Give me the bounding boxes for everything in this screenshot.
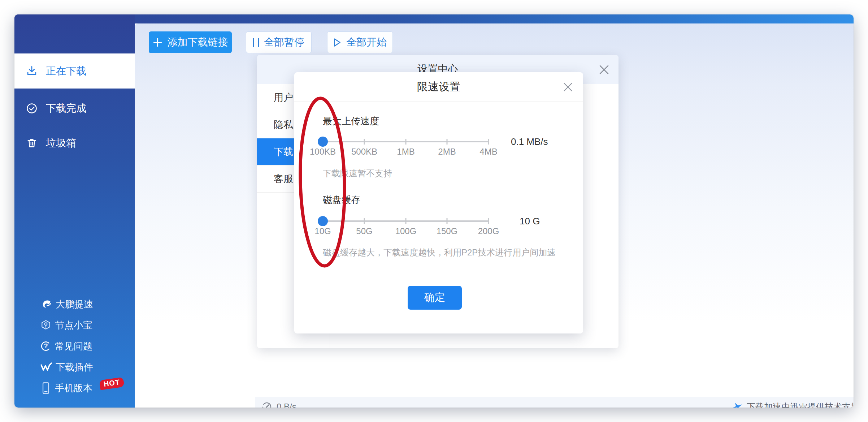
sidebar-footer-label: 下载插件 bbox=[56, 361, 93, 374]
download-limit-note: 下载限速暂不支持 bbox=[323, 168, 392, 179]
sidebar-footer-label: 常见问题 bbox=[55, 340, 92, 353]
start-all-button[interactable]: 全部开始 bbox=[327, 31, 393, 53]
sidebar-item-node-xiaobao[interactable]: 节点小宝 bbox=[14, 315, 135, 336]
node-xiaobao-icon bbox=[40, 320, 51, 331]
close-icon bbox=[598, 64, 610, 76]
upload-speed-label: 最大上传速度 bbox=[323, 115, 379, 128]
tick-label: 50G bbox=[356, 226, 372, 236]
check-circle-icon bbox=[26, 103, 38, 114]
add-download-label: 添加下载链接 bbox=[168, 35, 228, 49]
sidebar-item-trash[interactable]: 垃圾箱 bbox=[14, 126, 135, 160]
thunder-bird-icon bbox=[732, 402, 743, 408]
slider-tick bbox=[447, 139, 448, 145]
status-bar: 0 B/s 下载加速由迅雷提供技术支持 bbox=[255, 397, 854, 408]
sidebar-item-downloading[interactable]: 正在下载 bbox=[14, 53, 135, 89]
add-download-button[interactable]: 添加下载链接 bbox=[149, 31, 232, 53]
titlebar bbox=[14, 14, 854, 23]
promo-text: 下载加速由迅雷提供技术支持 bbox=[747, 401, 854, 408]
settings-close-button[interactable] bbox=[598, 64, 610, 76]
question-icon: ? bbox=[40, 341, 51, 352]
tick-label: 2MB bbox=[438, 147, 456, 157]
slider-tick bbox=[488, 218, 489, 224]
disk-cache-label: 磁盘缓存 bbox=[323, 194, 360, 206]
tick-label: 100KB bbox=[310, 147, 336, 157]
tick-label: 500KB bbox=[351, 147, 377, 157]
plus-icon bbox=[153, 38, 162, 47]
sidebar-item-label: 下载完成 bbox=[46, 102, 86, 115]
tick-label: 200G bbox=[478, 226, 499, 236]
sidebar-item-label: 垃圾箱 bbox=[46, 136, 76, 150]
sidebar: 正在下载 下载完成 垃圾箱 大鹏提速 bbox=[14, 14, 135, 408]
slider-tick bbox=[364, 218, 365, 224]
svg-text:?: ? bbox=[44, 343, 48, 350]
upload-slider-value: 0.1 MB/s bbox=[511, 136, 548, 147]
download-icon bbox=[26, 65, 38, 77]
speed-limit-modal-header: 限速设置 bbox=[294, 72, 583, 102]
hot-badge: HOT bbox=[99, 377, 124, 390]
status-right: 下载加速由迅雷提供技术支持 bbox=[732, 397, 854, 408]
slider-tick bbox=[488, 139, 489, 145]
speed-limit-modal: 限速设置 最大上传速度 0.1 MB/s 100KB 500KB 1MB 2MB… bbox=[294, 72, 583, 333]
sidebar-item-dapeng-boost[interactable]: 大鹏提速 bbox=[14, 294, 135, 315]
tick-label: 100G bbox=[395, 226, 417, 236]
speed-limit-modal-title: 限速设置 bbox=[294, 72, 583, 101]
download-speed-text: 0 B/s bbox=[277, 402, 296, 408]
slider-tick bbox=[405, 218, 406, 224]
slider-tick bbox=[364, 139, 365, 145]
plugin-w-icon bbox=[40, 362, 52, 373]
modal-close-button[interactable] bbox=[562, 81, 574, 94]
sidebar-footer-label: 大鹏提速 bbox=[56, 298, 93, 311]
status-left: 0 B/s bbox=[262, 397, 296, 408]
speed-gauge-icon bbox=[262, 402, 272, 408]
sidebar-item-plugin[interactable]: 下载插件 bbox=[14, 357, 135, 378]
upload-slider-thumb[interactable] bbox=[318, 137, 328, 147]
slider-tick bbox=[447, 218, 448, 224]
disk-cache-note: 磁盘缓存越大，下载速度越快，利用P2P技术进行用户间加速 bbox=[323, 247, 556, 258]
disk-cache-slider[interactable] bbox=[323, 216, 489, 227]
close-icon bbox=[562, 81, 574, 93]
cache-slider-value: 10 G bbox=[520, 216, 540, 227]
start-all-label: 全部开始 bbox=[346, 35, 387, 49]
confirm-button[interactable]: 确定 bbox=[408, 286, 462, 310]
dapeng-boost-icon bbox=[40, 298, 52, 310]
upload-speed-slider[interactable] bbox=[323, 136, 489, 147]
sidebar-item-mobile[interactable]: 手机版本 HOT bbox=[14, 378, 135, 399]
phone-icon bbox=[40, 382, 51, 394]
sidebar-item-completed[interactable]: 下载完成 bbox=[14, 91, 135, 126]
play-icon bbox=[333, 38, 341, 47]
pause-all-button[interactable]: 全部暂停 bbox=[246, 31, 312, 53]
cache-slider-thumb[interactable] bbox=[318, 216, 328, 226]
pause-all-label: 全部暂停 bbox=[264, 35, 304, 49]
sidebar-item-faq[interactable]: ? 常见问题 bbox=[14, 336, 135, 357]
tick-label: 10G bbox=[314, 226, 331, 236]
sidebar-footer-label: 手机版本 bbox=[55, 382, 92, 395]
tick-label: 4MB bbox=[479, 147, 497, 157]
sidebar-footer-label: 节点小宝 bbox=[55, 319, 92, 332]
pause-icon bbox=[253, 38, 259, 47]
app-window: 0 B/s 下载加速由迅雷提供技术支持 添加下载链接 全部暂停 全部开始 bbox=[14, 14, 854, 408]
tick-label: 150G bbox=[437, 226, 458, 236]
sidebar-item-label: 正在下载 bbox=[46, 64, 86, 78]
trash-icon bbox=[26, 137, 38, 149]
tick-label: 1MB bbox=[397, 147, 415, 157]
slider-tick bbox=[405, 139, 406, 145]
